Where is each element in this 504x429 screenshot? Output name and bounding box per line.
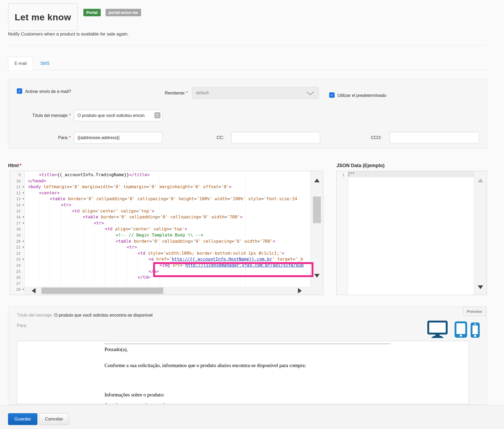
gutter-line[interactable]: 11▾ [10,184,25,190]
fold-arrow-icon: ▾ [23,256,24,262]
email-info-line: Informações sobre o produto: [104,392,164,398]
json-code-area[interactable]: "" [348,171,474,295]
gutter-line: 18 [10,226,25,232]
scroll-up-icon[interactable] [314,179,320,182]
cco-input[interactable] [390,132,479,143]
gutter-line[interactable]: 16▾ [10,214,25,220]
footer-bar [0,405,504,429]
fold-arrow-icon: ▾ [23,220,24,226]
scroll-left-icon[interactable] [32,288,36,293]
html-code-lines[interactable]: <title>{{_accountInfo.TradingName}}</tit… [25,171,310,295]
desktop-preview-icon[interactable] [427,320,448,338]
preview-button[interactable]: Preview [463,306,486,316]
gutter-line[interactable]: 17▾ [10,220,25,226]
scroll-down-icon[interactable] [314,274,320,278]
badge-portal: Portal [83,9,101,16]
indent-guide [160,172,160,286]
code-line[interactable]: <table border='0' cellpadding='0' cellsp… [25,238,310,245]
cancel-button[interactable]: Cancelar [39,413,69,425]
template-title-box: Let me know [8,3,78,31]
json-data-editor[interactable]: 1 "" [336,171,487,295]
use-default-checkbox[interactable]: ✓ [329,92,335,98]
code-line[interactable]: <center> [25,190,310,196]
code-line[interactable]: <body leftmargin='0' marginwidth='0' top… [25,184,310,190]
gutter-line[interactable]: 14▾ [10,202,25,208]
gutter-line[interactable]: 23▾ [10,256,25,262]
json-vertical-scrollbar[interactable] [474,171,487,295]
scroll-right-icon[interactable] [298,288,302,293]
fold-arrow-icon: ▾ [23,196,24,202]
phone-preview-icon[interactable] [470,322,480,338]
email-divider [104,344,390,344]
code-line[interactable]: </td> [25,274,310,281]
email-preview-content: Prezado(a), Conforme a sua solicitação, … [104,341,463,404]
fold-arrow-icon: ▾ [23,184,24,190]
html-vertical-scrollbar[interactable] [310,171,323,295]
indent-guide [83,172,83,286]
cco-label: CCO: [355,135,382,140]
code-line[interactable]: <title>{{_accountInfo.TradingName}}</tit… [25,172,310,178]
tab-email[interactable]: E-mail [8,57,33,70]
indent-guide [138,172,138,286]
html-code-editor[interactable]: 91011▾12▾13▾14▾1516▾17▾181920▾21▾2223▾24… [10,171,323,295]
badge-template-id: portal-avise-me [106,9,141,16]
sender-label: Remitente:* [150,91,188,96]
code-line[interactable]: <tr> [25,202,310,208]
gutter-line[interactable]: 20▾ [10,238,25,245]
indent-guide [39,172,39,286]
code-line[interactable]: <td align='center' valign='top'> [25,226,310,232]
code-line[interactable]: <table border='0' cellpadding='0' cellsp… [25,196,310,202]
gutter-line: 26 [10,274,25,281]
gutter-line[interactable]: 13▾ [10,196,25,202]
preview-subject-row: Título del mensaje: O produto que você s… [17,313,153,318]
code-line[interactable]: </head> [25,178,310,184]
subject-input[interactable] [74,110,162,121]
code-line[interactable]: <td style='width:100%; border-bottom:sol… [25,250,310,257]
gutter-line: 27 [10,281,25,287]
code-line[interactable]: <tr> [25,244,310,250]
to-label: Para:* [16,135,71,140]
input-addon-icon [154,112,160,118]
code-line[interactable]: </a> [25,269,310,275]
gutter-line[interactable]: 12▾ [10,190,25,196]
indent-guide [127,172,127,286]
code-line[interactable]: <td align='center' valign='top'> [25,208,310,214]
gutter-line: 9 [10,172,25,178]
indent-guide [94,172,94,286]
cc-input[interactable] [231,132,320,143]
to-input[interactable] [74,132,162,143]
use-default-label: Utilizar el predeterminado [338,93,386,98]
tab-sms[interactable]: SMS [34,57,56,70]
enable-email-checkbox[interactable]: ✓ [17,88,22,94]
sender-select[interactable]: default [192,87,319,99]
json-line-number: 1 [342,172,344,178]
html-horizontal-scrollbar[interactable] [25,287,310,295]
page-title: Let me know [15,12,71,22]
tablet-preview-icon[interactable] [454,321,468,338]
scroll-up-icon[interactable] [478,179,483,182]
save-button[interactable]: Guardar [8,413,37,425]
tab-underline [8,70,487,70]
code-line[interactable]: <tr> [25,220,310,226]
cc-label: CC: [198,135,224,140]
scroll-down-icon[interactable] [478,285,483,289]
code-line[interactable]: <a href='http://{{_accountInfo.HostName}… [25,256,310,262]
header-divider [8,45,487,46]
email-preview-frame: Prezado(a), Conforme a sua solicitação, … [17,341,469,404]
gutter-line: 19 [10,232,25,238]
code-line[interactable]: <img src='http://licensemanager.vtex.com… [25,262,310,269]
gutter-line[interactable]: 28▾ [10,286,25,293]
fold-arrow-icon: ▾ [23,190,24,196]
code-line[interactable]: <table border='0' cellpadding='0' cellsp… [25,214,310,220]
indent-guide [149,172,149,286]
preview-subject-label: Título del mensaje: [17,313,53,317]
indent-guide [105,172,105,286]
vertical-scroll-thumb[interactable] [313,196,321,223]
html-section-label: Html* [8,163,21,168]
code-line[interactable]: <!-- // Begin Template Body \\ --> [25,232,310,238]
code-line[interactable] [25,281,310,287]
preview-to-label: Para: [17,323,27,328]
gutter-line[interactable]: 21▾ [10,244,25,250]
json-gutter: 1 [337,171,348,295]
horizontal-scroll-thumb[interactable] [41,288,163,294]
